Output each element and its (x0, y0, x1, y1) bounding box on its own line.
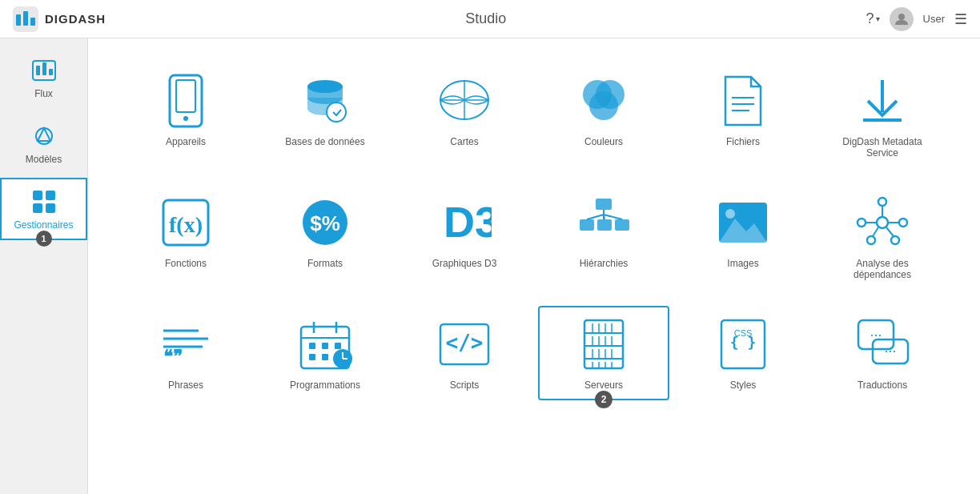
grid-item-label-phrases: Phrases (168, 380, 203, 391)
file-icon (714, 72, 772, 130)
grid-item-programmations[interactable]: Programmations (259, 306, 391, 400)
svg-point-51 (867, 236, 875, 244)
svg-rect-1 (16, 14, 21, 26)
svg-text:CSS: CSS (734, 328, 753, 338)
svg-rect-3 (30, 18, 35, 26)
grid-item-cartes[interactable]: Cartes (399, 62, 530, 168)
svg-rect-76 (584, 320, 623, 368)
grid-item-label-formats: Formats (307, 258, 343, 269)
sidebar-label-gestionnaires: Gestionnaires (14, 219, 73, 231)
grid-item-label-couleurs: Couleurs (584, 136, 623, 147)
svg-rect-11 (33, 191, 42, 200)
function-icon: f(x) (157, 194, 215, 251)
sidebar-item-gestionnaires[interactable]: Gestionnaires 1 (0, 178, 87, 240)
main-badge-2: 2 (595, 391, 612, 408)
grid-item-traductions[interactable]: ··· ··· Traductions (817, 306, 948, 400)
svg-rect-7 (42, 62, 46, 75)
svg-text:···: ··· (884, 343, 896, 359)
svg-rect-2 (23, 11, 28, 26)
grid-item-label-serveurs: Serveurs (584, 380, 623, 391)
grid-item-label-digdash-metadata: DigDash Metadata Service (826, 136, 938, 159)
digdash-logo-icon (13, 6, 38, 32)
main-content: Appareils Bases de données Cartes Couleu… (88, 38, 980, 494)
grid-item-serveurs[interactable]: Serveurs 2 (538, 306, 669, 400)
grid-item-hierarchies[interactable]: Hiérarchies (538, 184, 669, 290)
svg-rect-66 (309, 343, 315, 349)
svg-rect-36 (596, 199, 612, 210)
layout: Flux Modèles Gestionnaires 1 (0, 38, 980, 494)
grid-item-fichiers[interactable]: Fichiers (677, 62, 809, 168)
hamburger-icon[interactable]: ☰ (954, 10, 967, 28)
grid-item-analyse-dependances[interactable]: Analyse des dépendances (817, 184, 948, 290)
grid-item-label-analyse-dependances: Analyse des dépendances (826, 258, 938, 280)
grid-item-images[interactable]: Images (677, 184, 809, 290)
grid-item-label-programmations: Programmations (290, 380, 360, 391)
sidebar-label-modeles: Modèles (26, 154, 62, 165)
svg-text:D3: D3 (444, 198, 492, 246)
sidebar-item-modeles[interactable]: Modèles (0, 112, 87, 175)
grid-item-scripts[interactable]: </> Scripts (399, 306, 530, 400)
svg-line-56 (873, 227, 878, 236)
sidebar-label-flux: Flux (34, 88, 53, 99)
svg-rect-70 (322, 354, 328, 360)
svg-line-57 (886, 227, 894, 236)
avatar[interactable] (890, 7, 914, 31)
header-right: ? ▾ User ☰ (866, 7, 967, 31)
svg-point-52 (891, 236, 899, 244)
svg-point-50 (878, 198, 886, 206)
svg-point-48 (858, 219, 866, 227)
calendar-icon (296, 315, 354, 373)
modeles-icon (30, 122, 58, 151)
grid-item-bases-de-donnees[interactable]: Bases de données (259, 62, 391, 168)
flux-icon (30, 56, 58, 85)
grid-item-styles[interactable]: { } CSS Styles (677, 306, 809, 400)
percent-icon: $% (296, 194, 354, 251)
svg-line-41 (587, 215, 604, 219)
sidebar-badge-1: 1 (36, 231, 52, 247)
grid-item-digdash-metadata[interactable]: DigDash Metadata Service (817, 62, 948, 168)
username: User (923, 13, 945, 25)
gestionnaires-icon (30, 187, 58, 216)
hierarchy-icon (575, 194, 633, 251)
logo-text: DIGDASH (45, 12, 106, 26)
svg-rect-13 (33, 203, 42, 213)
grid-item-formats[interactable]: $% Formats (259, 184, 391, 290)
user-icon (894, 12, 909, 26)
d3-icon: D3 (436, 194, 493, 251)
grid-item-label-bases-de-donnees: Bases de données (285, 136, 364, 147)
svg-rect-16 (176, 80, 195, 112)
svg-point-49 (899, 219, 907, 227)
grid-item-label-cartes: Cartes (450, 136, 478, 147)
grid-item-label-fichiers: Fichiers (726, 136, 760, 147)
network-icon (853, 194, 911, 251)
help-dropdown-icon: ▾ (876, 14, 880, 23)
grid-item-label-styles: Styles (730, 380, 757, 391)
svg-rect-6 (36, 66, 40, 75)
image-icon (714, 194, 772, 251)
sidebar-item-flux[interactable]: Flux (0, 46, 87, 109)
grid-item-label-images: Images (727, 258, 758, 269)
svg-point-46 (725, 209, 735, 219)
grid-item-label-graphiques-d3: Graphiques D3 (432, 258, 497, 269)
logo: DIGDASH (13, 6, 106, 32)
svg-rect-68 (335, 343, 341, 349)
svg-rect-37 (580, 219, 594, 231)
svg-rect-38 (597, 219, 612, 231)
grid-item-graphiques-d3[interactable]: D3 Graphiques D3 (399, 184, 530, 290)
svg-point-17 (183, 116, 188, 121)
grid-item-label-fonctions: Fonctions (165, 258, 207, 269)
svg-line-43 (604, 215, 622, 219)
svg-rect-67 (322, 343, 328, 349)
grid-item-couleurs[interactable]: Couleurs (538, 62, 669, 168)
svg-point-19 (327, 102, 346, 122)
svg-rect-39 (615, 219, 629, 231)
help-button[interactable]: ? ▾ (866, 10, 880, 27)
grid-item-fonctions[interactable]: f(x) Fonctions (120, 184, 251, 290)
database-icon (296, 72, 354, 130)
help-icon: ? (866, 10, 874, 27)
page-title: Studio (465, 10, 506, 27)
grid-item-phrases[interactable]: ❝❞ Phrases (120, 306, 251, 400)
grid-item-label-scripts: Scripts (450, 380, 480, 391)
svg-point-25 (589, 91, 618, 120)
grid-item-appareils[interactable]: Appareils (120, 62, 251, 168)
